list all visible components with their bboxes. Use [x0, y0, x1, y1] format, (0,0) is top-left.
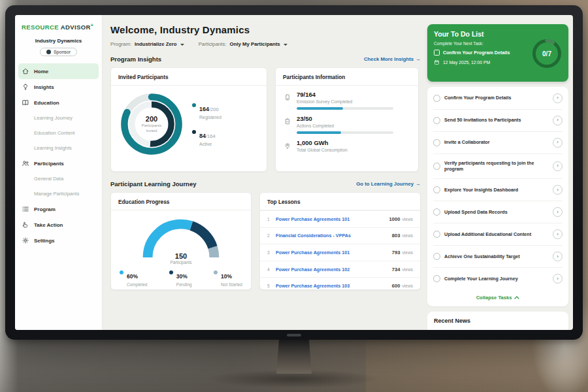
todo-task-list: Confirm Your Program Details › Send 50 I…: [427, 87, 568, 306]
desk-scene: RESOURCE ADVISOR+ Industry Dynamics Spon…: [0, 0, 588, 392]
chevron-right-icon[interactable]: ›: [553, 93, 563, 103]
todo-panel: Your To Do List Complete Your Next Task:…: [427, 15, 573, 330]
todo-progress-value: 0/7: [531, 38, 563, 69]
device-icon: [284, 92, 291, 100]
legend-item-not-started: 10% Not Started: [214, 269, 242, 287]
task-row[interactable]: Invite a Collaborator ›: [433, 132, 563, 154]
chevron-right-icon[interactable]: ›: [553, 161, 563, 171]
task-row[interactable]: Upload Additional Educational Content ›: [433, 223, 563, 246]
chevron-right-icon[interactable]: ›: [553, 252, 563, 261]
sidebar-nav: Home Insights Education Learning Journey: [15, 63, 102, 248]
sidebar-item-manage-participants[interactable]: Manage Participants: [15, 186, 102, 201]
card-title: Education Progress: [111, 193, 251, 210]
location-pin-icon: [284, 140, 291, 148]
lesson-link[interactable]: Financial Considerations - VPPAs: [276, 233, 392, 238]
lesson-link[interactable]: Power Purchase Agreements 101: [276, 250, 392, 255]
checkbox-icon[interactable]: [434, 50, 440, 56]
chevron-right-icon[interactable]: ›: [553, 116, 563, 125]
todo-title: Your To Do List: [434, 30, 562, 38]
chevron-right-icon[interactable]: ›: [553, 229, 563, 239]
lesson-row: 1 Power Purchase Agreements 101 1000 vie…: [260, 210, 420, 227]
checkbox-circle-icon[interactable]: [433, 253, 440, 260]
sidebar-item-home[interactable]: Home: [18, 63, 99, 79]
checkbox-circle-icon[interactable]: [433, 275, 440, 282]
sponsor-icon: [46, 50, 51, 54]
chevron-right-icon[interactable]: ›: [553, 185, 563, 195]
checkbox-circle-icon[interactable]: [433, 95, 440, 102]
chevron-right-icon[interactable]: ›: [553, 274, 563, 284]
stat-actions-completed: 23/50 Actions Completed: [276, 110, 418, 134]
sidebar-item-program[interactable]: Program: [15, 201, 102, 217]
sidebar-item-general-data[interactable]: General Data: [15, 171, 102, 186]
task-row[interactable]: Verify participants requesting to join t…: [433, 154, 563, 179]
top-lessons-card: Top Lessons 1 Power Purchase Agreements …: [259, 192, 421, 290]
legend-dot: [192, 103, 196, 107]
checkbox-circle-icon[interactable]: [433, 163, 440, 170]
sponsor-label: Sponsor: [54, 50, 71, 54]
task-row[interactable]: Explore Your Insights Dashboard ›: [433, 179, 563, 201]
gear-icon: [22, 237, 29, 244]
sidebar-item-participants[interactable]: Participants: [15, 155, 102, 171]
education-legend: 60% Completed 30% Pending: [111, 266, 251, 287]
legend-dot: [192, 130, 196, 134]
chevron-down-icon: [284, 44, 287, 46]
filters: Program: Industrialize Zero Participants…: [110, 41, 421, 47]
screen: RESOURCE ADVISOR+ Industry Dynamics Spon…: [15, 15, 573, 330]
donut-center-value: 200: [146, 115, 157, 123]
collapse-tasks-link[interactable]: Collapse Tasks: [433, 289, 563, 306]
participants-filter-dropdown[interactable]: Participants: Only My Participants: [199, 41, 287, 47]
monitor: RESOURCE ADVISOR+ Industry Dynamics Spon…: [5, 5, 583, 340]
task-row[interactable]: Confirm Your Program Details ›: [433, 88, 563, 110]
chevron-down-icon: [180, 44, 184, 46]
book-icon: [22, 99, 29, 106]
section-title: Participant Learning Journey: [110, 180, 196, 188]
gauge-center-label: Participants: [137, 260, 225, 265]
sidebar-item-education-content[interactable]: Education Content: [15, 125, 102, 140]
invited-legend: 164/200 Registered 84/164 Active: [192, 102, 221, 146]
chevron-right-icon[interactable]: ›: [553, 207, 563, 217]
checkbox-circle-icon[interactable]: [433, 208, 440, 216]
org-name: Industry Dynamics: [15, 38, 102, 44]
checkbox-circle-icon[interactable]: [433, 231, 440, 238]
checkbox-circle-icon[interactable]: [433, 139, 440, 146]
lesson-link[interactable]: Power Purchase Agreements 103: [276, 283, 392, 289]
todo-progress-ring: 0/7: [531, 38, 563, 69]
list-icon: [22, 205, 29, 213]
task-row[interactable]: Send 50 Invitations to Participants ›: [433, 110, 563, 132]
monitor-logo: [287, 334, 301, 336]
lesson-row: 3 Power Purchase Agreements 101 793 view…: [260, 244, 420, 261]
recent-news-card: Recent News: [427, 312, 568, 330]
task-row[interactable]: Achieve One Sustainability Target ›: [433, 246, 563, 268]
invited-participants-card: Invited Participants 200: [110, 67, 267, 172]
legend-item-completed: 60% Completed: [120, 269, 147, 287]
task-row[interactable]: Upload Spend Data Records ›: [433, 201, 563, 223]
checkbox-circle-icon[interactable]: [433, 186, 440, 193]
check-more-insights-link[interactable]: Check More Insights →: [364, 56, 421, 62]
donut-center-label: Participants Invited: [138, 123, 165, 133]
program-filter-dropdown[interactable]: Program: Industrialize Zero: [110, 41, 184, 47]
sponsor-badge[interactable]: Sponsor: [40, 48, 77, 56]
todo-next-task[interactable]: Confirm Your Program Details: [434, 50, 527, 56]
arrow-right-icon: →: [416, 56, 421, 62]
chevron-right-icon[interactable]: ›: [553, 138, 563, 148]
sidebar-item-insights[interactable]: Insights: [15, 79, 102, 95]
task-row[interactable]: Complete Your Learning Journey ›: [433, 268, 563, 289]
sidebar-item-take-action[interactable]: Take Action: [15, 217, 102, 233]
checkbox-circle-icon[interactable]: [433, 117, 440, 124]
lesson-link[interactable]: Power Purchase Agreements 101: [276, 216, 389, 222]
card-title: Top Lessons: [260, 193, 420, 210]
legend-dot: [169, 270, 173, 274]
legend-item-active: 84/164 Active: [192, 129, 221, 146]
go-to-learning-journey-link[interactable]: Go to Learning Journey →: [356, 181, 421, 187]
lesson-row: 5 Power Purchase Agreements 103 600 view…: [260, 277, 420, 290]
hand-icon: [22, 221, 29, 229]
sidebar-item-learning-journey[interactable]: Learning Journey: [15, 110, 102, 125]
sidebar-item-settings[interactable]: Settings: [15, 233, 102, 248]
sidebar-item-education[interactable]: Education: [15, 95, 102, 110]
lesson-link[interactable]: Power Purchase Agreements 102: [276, 267, 392, 272]
todo-summary-card: Your To Do List Complete Your Next Task:…: [427, 24, 568, 82]
sidebar-item-learning-insights[interactable]: Learning Insights: [15, 140, 102, 155]
insights-cards-row: Invited Participants 200: [110, 67, 421, 172]
legend-item-registered: 164/200 Registered: [192, 102, 221, 120]
stat-global-consumption: 1,000 GWh Total Global Consumption: [276, 134, 418, 152]
